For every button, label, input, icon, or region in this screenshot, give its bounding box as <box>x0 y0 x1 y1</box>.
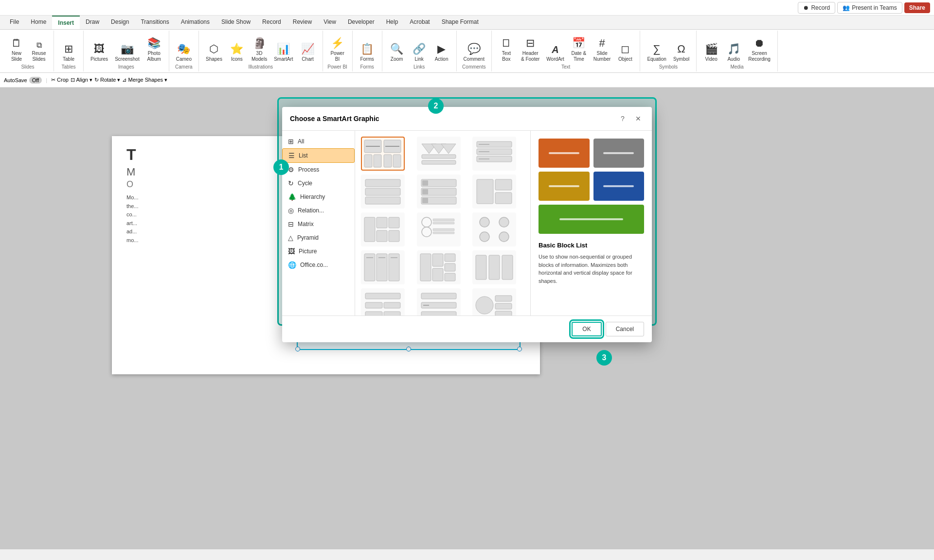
wordart-button[interactable]: A WordArt <box>543 43 567 63</box>
ribbon-group-forms: 📋 Forms Forms <box>353 31 382 71</box>
zoom-button[interactable]: 🔍 Zoom <box>386 42 408 63</box>
link-button[interactable]: 🔗 Link <box>409 42 430 63</box>
screen-recording-button[interactable]: ⏺ ScreenRecording <box>745 36 773 63</box>
smartart-thumb-3[interactable] <box>472 137 516 171</box>
tab-slideshow[interactable]: Slide Show <box>216 16 256 29</box>
category-office[interactable]: 🌐 Office.co... <box>282 258 355 272</box>
smartart-thumb-10[interactable] <box>361 250 405 284</box>
merge-shapes-button[interactable]: ⊿ Merge Shapes ▾ <box>122 77 167 83</box>
cameo-button[interactable]: 🎭 Cameo <box>173 42 195 63</box>
powerbi-button[interactable]: ⚡ PowerBI <box>327 36 348 63</box>
textbox-button[interactable]: 🗌 TextBox <box>496 36 517 63</box>
ok-button[interactable]: OK <box>572 322 601 336</box>
comment-button[interactable]: 💬 Comment <box>461 42 487 63</box>
ribbon-group-media: 🎬 Video 🎵 Audio ⏺ ScreenRecording Media <box>697 31 778 71</box>
screenshot-button[interactable]: 📷 Screenshot <box>112 42 143 63</box>
record-button[interactable]: ⏺ Record <box>798 2 835 14</box>
tab-acrobat[interactable]: Acrobat <box>404 16 435 29</box>
step1-annotation: 1 <box>273 159 289 175</box>
tab-animations[interactable]: Animations <box>175 16 216 29</box>
tab-file[interactable]: File <box>4 16 25 29</box>
icons-button[interactable]: ⭐ Icons <box>226 42 248 63</box>
new-slide-button[interactable]: 🗒 NewSlide <box>6 36 27 63</box>
category-pyramid[interactable]: △ Pyramid <box>282 231 355 245</box>
category-cycle[interactable]: ↻ Cycle <box>282 176 355 190</box>
category-all[interactable]: ⊞ All <box>282 135 355 148</box>
dialog-help-button[interactable]: ? <box>617 113 629 124</box>
main-area: T M O Mo...the...co...art...ad...mo... •… <box>0 88 934 549</box>
comment-icon: 💬 <box>467 43 481 55</box>
category-hierarchy[interactable]: 🌲 Hierarchy <box>282 190 355 204</box>
record-icon: ⏺ <box>803 4 809 11</box>
smartart-thumb-4[interactable] <box>361 175 405 209</box>
tab-shape-format[interactable]: Shape Format <box>436 16 485 29</box>
category-matrix[interactable]: ⊟ Matrix <box>282 217 355 231</box>
pictures-button[interactable]: 🖼 Pictures <box>88 42 111 63</box>
crop-button[interactable]: ✂ Crop <box>51 77 69 83</box>
category-picture[interactable]: 🖼 Picture <box>282 245 355 258</box>
tab-home[interactable]: Home <box>25 16 52 29</box>
align-button[interactable]: ⊡ Align ▾ <box>71 77 92 83</box>
3d-models-button[interactable]: 🗿 3DModels <box>249 36 270 63</box>
tab-transitions[interactable]: Transitions <box>135 16 175 29</box>
svg-rect-72 <box>495 303 512 309</box>
svg-rect-4 <box>384 155 392 167</box>
rotate-button[interactable]: ↻ Rotate ▾ <box>94 77 121 83</box>
present-teams-button[interactable]: 👥 Present in Teams <box>837 2 902 14</box>
smartart-thumb-14[interactable] <box>417 288 461 315</box>
cancel-button[interactable]: Cancel <box>606 322 644 336</box>
dialog-close-button[interactable]: ✕ <box>632 113 644 124</box>
photo-album-button[interactable]: 📚 PhotoAlbum <box>144 36 165 63</box>
smartart-thumb-9[interactable] <box>472 212 516 246</box>
tab-record[interactable]: Record <box>256 16 287 29</box>
slide-number-button[interactable]: # SlideNumber <box>591 36 614 63</box>
action-button[interactable]: ▶ Action <box>431 42 452 63</box>
smartart-thumb-15[interactable] <box>472 288 516 315</box>
reuse-slides-button[interactable]: ⧉ ReuseSlides <box>28 39 50 63</box>
tab-design[interactable]: Design <box>105 16 135 29</box>
smartart-button[interactable]: 📊 SmartArt <box>271 42 296 63</box>
category-list[interactable]: ☰ List <box>282 148 355 163</box>
forms-button[interactable]: 📋 Forms <box>357 42 378 63</box>
tab-insert[interactable]: Insert <box>52 16 80 29</box>
date-time-button[interactable]: 📅 Date &Time <box>568 36 590 63</box>
table-button[interactable]: ⊞ Table <box>58 42 79 63</box>
svg-rect-30 <box>495 192 512 204</box>
header-footer-button[interactable]: ⊟ Header& Footer <box>518 36 542 63</box>
shapes-icon: ⬡ <box>209 43 218 55</box>
smartart-thumb-13[interactable] <box>361 288 405 315</box>
smartart-thumb-8[interactable] <box>417 212 461 246</box>
category-relationship[interactable]: ◎ Relation... <box>282 204 355 217</box>
audio-icon: 🎵 <box>727 43 740 55</box>
tab-developer[interactable]: Developer <box>342 16 380 29</box>
smartart-thumb-11[interactable] <box>417 250 461 284</box>
wordart-icon: A <box>552 44 558 55</box>
svg-rect-54 <box>432 268 443 281</box>
object-button[interactable]: ◻ Object <box>614 42 636 63</box>
audio-button[interactable]: 🎵 Audio <box>723 42 744 63</box>
smartart-thumb-6[interactable] <box>472 175 516 209</box>
svg-point-39 <box>422 227 431 237</box>
equation-button[interactable]: ∑ Equation <box>644 42 669 63</box>
tab-help[interactable]: Help <box>380 16 404 29</box>
tab-draw[interactable]: Draw <box>80 16 105 29</box>
powerbi-group-label: Power BI <box>327 64 347 70</box>
cameo-icon: 🎭 <box>177 43 190 55</box>
autosave-toggle[interactable]: Off <box>29 77 42 84</box>
category-process[interactable]: ⚙ Process <box>282 163 355 176</box>
smartart-thumb-5[interactable] <box>417 175 461 209</box>
symbol-button[interactable]: Ω Symbol <box>670 42 692 63</box>
chart-button[interactable]: 📈 Chart <box>297 42 319 63</box>
tab-view[interactable]: View <box>318 16 342 29</box>
forms-icon: 📋 <box>360 43 374 55</box>
smartart-thumb-2[interactable] <box>417 137 461 171</box>
share-button[interactable]: Share <box>904 2 930 13</box>
smartart-thumb-12[interactable] <box>472 250 516 284</box>
smartart-thumb-basic-block[interactable] <box>361 137 405 171</box>
video-button[interactable]: 🎬 Video <box>700 42 722 63</box>
tab-review[interactable]: Review <box>287 16 318 29</box>
picture-icon: 🖼 <box>288 247 295 255</box>
symbol-icon: Ω <box>677 43 685 55</box>
shapes-button[interactable]: ⬡ Shapes <box>203 42 225 63</box>
smartart-thumb-7[interactable] <box>361 212 405 246</box>
